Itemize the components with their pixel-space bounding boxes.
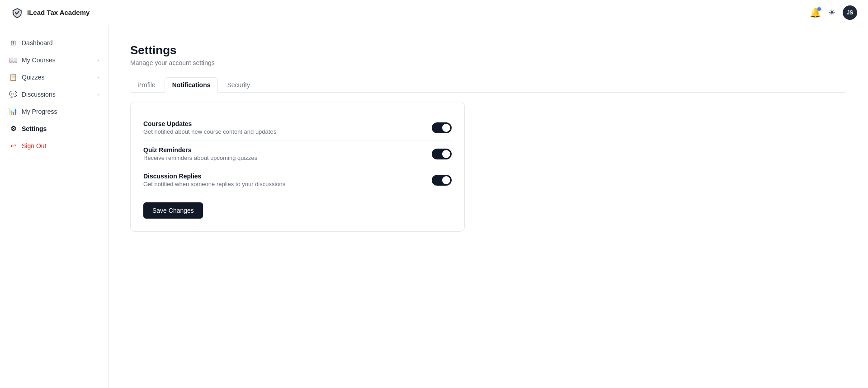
notification-title-discussion-replies: Discussion Replies: [143, 173, 285, 180]
sidebar-item-sign-out[interactable]: ↩ Sign Out: [0, 137, 108, 154]
my-courses-icon: 📖: [9, 56, 17, 64]
sidebar-item-dashboard[interactable]: ⊞ Dashboard: [0, 34, 108, 51]
sidebar-label-quizzes: Quizzes: [22, 74, 93, 81]
notification-row-course-updates: Course Updates Get notified about new co…: [143, 115, 452, 141]
notifications-bell-button[interactable]: 🔔: [810, 7, 821, 18]
main-content: Settings Manage your account settings Pr…: [108, 25, 868, 388]
sidebar-item-discussions[interactable]: 💬 Discussions ›: [0, 86, 108, 103]
tab-security[interactable]: Security: [220, 77, 257, 92]
brand: iLead Tax Academy: [11, 6, 90, 19]
page-title: Settings: [130, 43, 846, 57]
sidebar-item-my-courses[interactable]: 📖 My Courses ›: [0, 51, 108, 69]
chevron-right-icon: ›: [97, 57, 99, 63]
sidebar-item-my-progress[interactable]: 📊 My Progress: [0, 103, 108, 120]
sidebar-label-settings: Settings: [22, 125, 99, 132]
quizzes-icon: 📋: [9, 73, 17, 81]
chevron-right-icon: ›: [97, 92, 99, 97]
notification-desc-course-updates: Get notified about new course content an…: [143, 128, 276, 135]
settings-icon: ⚙: [9, 125, 17, 133]
theme-toggle-button[interactable]: ☀: [828, 8, 835, 18]
brand-logo-icon: [11, 6, 24, 19]
sign-out-icon: ↩: [9, 142, 17, 150]
notification-row-quiz-reminders: Quiz Reminders Receive reminders about u…: [143, 141, 452, 167]
sidebar-item-settings[interactable]: ⚙ Settings: [0, 120, 108, 137]
notification-info-quiz-reminders: Quiz Reminders Receive reminders about u…: [143, 146, 257, 161]
notification-info-course-updates: Course Updates Get notified about new co…: [143, 120, 276, 135]
notifications-card: Course Updates Get notified about new co…: [130, 102, 465, 232]
chevron-right-icon: ›: [97, 75, 99, 80]
notification-desc-quiz-reminders: Receive reminders about upcoming quizzes: [143, 154, 257, 161]
top-navigation: iLead Tax Academy 🔔 ☀ JS: [0, 0, 868, 25]
settings-tabs: ProfileNotificationsSecurity: [130, 77, 846, 93]
notification-row-discussion-replies: Discussion Replies Get notified when som…: [143, 167, 452, 193]
tab-notifications[interactable]: Notifications: [165, 77, 218, 93]
sidebar-label-sign-out: Sign Out: [22, 142, 99, 150]
notification-title-course-updates: Course Updates: [143, 120, 276, 127]
toggle-course-updates[interactable]: [432, 122, 452, 133]
toggle-quiz-reminders[interactable]: [432, 149, 452, 159]
sidebar-label-my-progress: My Progress: [22, 108, 99, 115]
sidebar-label-my-courses: My Courses: [22, 56, 93, 64]
sidebar: ⊞ Dashboard 📖 My Courses › 📋 Quizzes › 💬…: [0, 25, 108, 388]
bell-notification-dot: [817, 7, 821, 11]
sidebar-item-quizzes[interactable]: 📋 Quizzes ›: [0, 69, 108, 86]
toggle-discussion-replies[interactable]: [432, 175, 452, 186]
brand-name: iLead Tax Academy: [27, 9, 90, 16]
discussions-icon: 💬: [9, 90, 17, 98]
dashboard-icon: ⊞: [9, 39, 17, 47]
save-changes-button[interactable]: Save Changes: [143, 202, 203, 219]
user-avatar[interactable]: JS: [843, 5, 857, 20]
topnav-actions: 🔔 ☀ JS: [810, 5, 857, 20]
notification-desc-discussion-replies: Get notified when someone replies to you…: [143, 181, 285, 187]
page-subtitle: Manage your account settings: [130, 59, 846, 66]
tab-profile[interactable]: Profile: [130, 77, 163, 92]
notification-info-discussion-replies: Discussion Replies Get notified when som…: [143, 173, 285, 187]
main-layout: ⊞ Dashboard 📖 My Courses › 📋 Quizzes › 💬…: [0, 25, 868, 388]
sidebar-label-dashboard: Dashboard: [22, 39, 99, 47]
my-progress-icon: 📊: [9, 108, 17, 116]
notification-title-quiz-reminders: Quiz Reminders: [143, 146, 257, 154]
sidebar-label-discussions: Discussions: [22, 91, 93, 98]
